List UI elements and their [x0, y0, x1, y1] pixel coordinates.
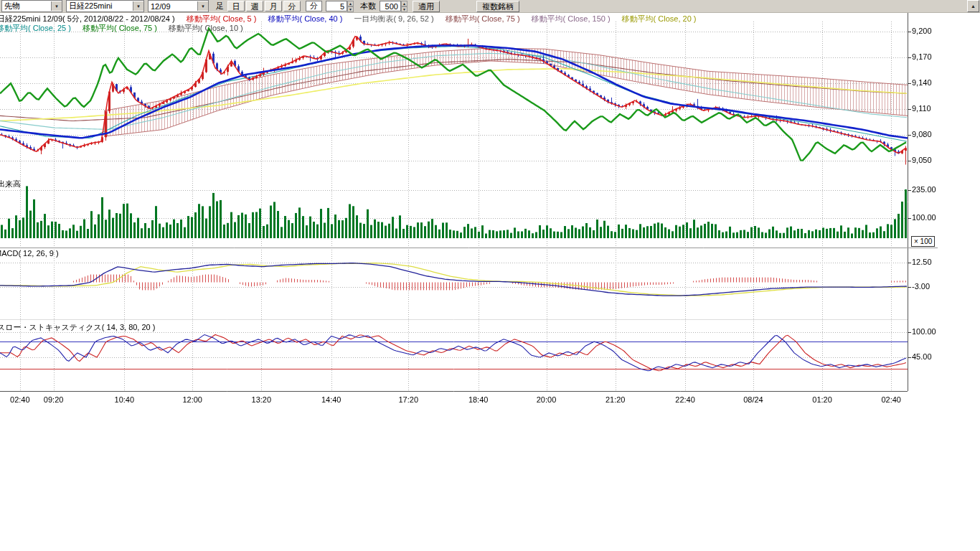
spinner-arrows-icon[interactable]: ▲▼ — [401, 1, 407, 12]
chart-area: 日経225mini 12/09( 5分, 2012/08/22 - 2012/0… — [0, 13, 980, 413]
instrument-type-value: 先物 — [2, 1, 51, 11]
contract-month-value: 12/09 — [149, 2, 197, 11]
dropdown-arrow-icon[interactable]: ▼ — [133, 1, 143, 11]
bar-count-spinner[interactable]: 500 ▲▼ — [380, 1, 407, 12]
chart-application-window: 先物 ▼ 日経225mini ▼ 12/09 ▼ 足 日 週 月 分 分 5 ▲… — [0, 0, 980, 551]
symbol-value: 日経225mini — [67, 1, 133, 11]
bar-count-value: 500 — [380, 1, 401, 11]
toolbar: 先物 ▼ 日経225mini ▼ 12/09 ▼ 足 日 週 月 分 分 5 ▲… — [0, 0, 980, 13]
apply-button[interactable]: 適用 — [413, 1, 440, 12]
minute-count-value: 5 — [326, 1, 347, 11]
symbol-select[interactable]: 日経225mini ▼ — [66, 0, 144, 12]
bar-type-label: 足 — [216, 1, 224, 11]
period-minute-button[interactable]: 分 — [283, 1, 301, 11]
spinner-arrows-icon[interactable]: ▲▼ — [347, 1, 354, 12]
multi-symbol-button[interactable]: 複数銘柄 — [476, 1, 519, 12]
minute-unit-box: 分 — [306, 1, 322, 11]
dropdown-arrow-icon[interactable]: ▼ — [51, 1, 62, 11]
period-day-button[interactable]: 日 — [227, 1, 245, 11]
contract-month-select[interactable]: 12/09 ▼ — [148, 0, 209, 12]
period-week-button[interactable]: 週 — [246, 1, 263, 11]
period-month-button[interactable]: 月 — [265, 1, 282, 11]
chart-canvas[interactable] — [0, 13, 980, 413]
scroll-up-button[interactable]: ▲ — [967, 0, 979, 12]
bar-count-label: 本数 — [360, 1, 376, 11]
instrument-type-select[interactable]: 先物 ▼ — [1, 0, 62, 12]
dropdown-arrow-icon[interactable]: ▼ — [197, 1, 208, 11]
minute-count-spinner[interactable]: 5 ▲▼ — [326, 1, 354, 12]
